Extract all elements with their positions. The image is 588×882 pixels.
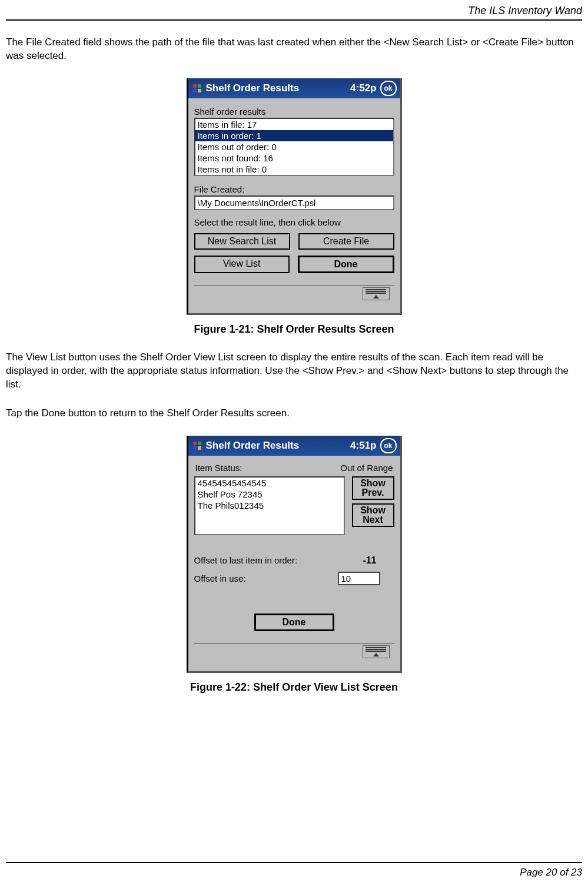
done-button[interactable]: Done [298, 256, 394, 273]
page-number: Page 20 of 23 [6, 867, 582, 878]
offset-use-label: Offset in use: [194, 573, 338, 583]
paragraph-2: The View List button uses the Shelf Orde… [6, 351, 582, 392]
offset-last-value: -11 [363, 555, 376, 566]
item-status-label: Item Status: [195, 463, 242, 473]
menubar [194, 285, 394, 307]
menubar [194, 643, 394, 665]
paragraph-3: Tap the Done button to return to the She… [6, 407, 582, 420]
show-prev-button[interactable]: Show Prev. [352, 476, 394, 500]
titlebar-time: 4:52p [350, 82, 376, 94]
list-item[interactable]: Items not in file: 0 [195, 164, 393, 175]
results-label: Shelf order results [194, 107, 394, 117]
paragraph-1: The File Created field shows the path of… [6, 36, 582, 63]
titlebar: Shelf Order Results 4:51p ok [188, 436, 400, 456]
figure-1-21: Shelf Order Results 4:52p ok Shelf order… [6, 78, 582, 315]
titlebar: Shelf Order Results 4:52p ok [188, 78, 400, 98]
running-head: The ILS Inventory Wand [6, 5, 582, 17]
file-created-label: File Created: [194, 184, 394, 194]
list-item[interactable]: Items in file: 17 [195, 119, 393, 130]
btn-line: Show [360, 478, 386, 488]
view-list-button[interactable]: View List [194, 256, 290, 273]
list-item: The Phils012345 [195, 500, 344, 511]
btn-line: Prev. [362, 488, 384, 498]
offset-last-label: Offset to last item in order: [194, 555, 363, 565]
file-created-path: \My Documents\InOrderCT.psl [194, 195, 394, 210]
item-status-value: Out of Range [340, 463, 393, 473]
list-item[interactable]: Items not found: 16 [195, 152, 393, 164]
ok-button[interactable]: ok [380, 81, 397, 96]
offset-use-input[interactable]: 10 [338, 572, 380, 585]
list-item: Shelf Pos 72345 [195, 489, 344, 500]
device-screen-2: Shelf Order Results 4:51p ok Item Status… [187, 436, 402, 673]
instruction-label: Select the result line, then click below [194, 217, 394, 227]
results-listbox[interactable]: Items in file: 17 Items in order: 1 Item… [194, 118, 394, 176]
new-search-list-button[interactable]: New Search List [194, 233, 290, 250]
device-screen-1: Shelf Order Results 4:52p ok Shelf order… [187, 78, 402, 315]
show-next-button[interactable]: Show Next [352, 503, 394, 527]
list-item[interactable]: Items out of order: 0 [195, 141, 393, 152]
header-rule [6, 19, 582, 21]
keyboard-icon[interactable] [363, 645, 390, 658]
btn-line: Show [360, 505, 386, 515]
list-item: 45454545454545 [195, 478, 344, 489]
keyboard-icon[interactable] [363, 287, 390, 300]
list-item[interactable]: Items in order: 1 [195, 130, 393, 141]
btn-line: Next [363, 515, 383, 525]
create-file-button[interactable]: Create File [298, 233, 394, 250]
ok-button[interactable]: ok [380, 438, 397, 453]
titlebar-time: 4:51p [350, 440, 376, 452]
start-icon [192, 83, 202, 94]
titlebar-title: Shelf Order Results [206, 440, 351, 452]
titlebar-title: Shelf Order Results [206, 82, 351, 94]
figure-1-21-caption: Figure 1-21: Shelf Order Results Screen [6, 323, 582, 336]
item-details-listbox[interactable]: 45454545454545 Shelf Pos 72345 The Phils… [194, 476, 345, 535]
figure-1-22: Shelf Order Results 4:51p ok Item Status… [6, 436, 582, 673]
footer-rule [6, 862, 582, 863]
done-button[interactable]: Done [254, 614, 334, 631]
start-icon [192, 440, 202, 451]
figure-1-22-caption: Figure 1-22: Shelf Order View List Scree… [6, 681, 582, 694]
